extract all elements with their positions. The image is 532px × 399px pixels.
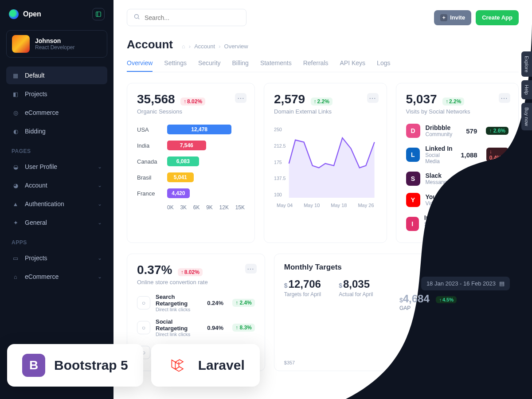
lock-icon: ▲ <box>12 200 20 208</box>
projects-icon: ◧ <box>12 90 20 98</box>
chevron-down-icon: ⌄ <box>98 201 102 207</box>
sidebar-section-pages: PAGES <box>6 141 107 158</box>
account-icon: ◕ <box>12 181 20 189</box>
user-role: React Developer <box>35 44 74 51</box>
social-sublabel: Video Channel <box>426 200 461 207</box>
channel-name: Search Retargeting <box>156 293 202 307</box>
card-menu-button[interactable]: ⋯ <box>235 93 246 103</box>
delta-badge: ↑ 2.4% <box>232 299 255 307</box>
explore-tab[interactable]: Explore <box>521 51 532 77</box>
sidebar-item-ecommerce[interactable]: ◎ eCommerce <box>6 104 107 121</box>
brand-name: Open <box>23 10 41 18</box>
search-input[interactable] <box>145 14 240 21</box>
buy-now-tab[interactable]: Buy now <box>521 103 532 130</box>
sidebar-item-label: General <box>25 219 47 226</box>
brand-logo-icon <box>9 9 19 19</box>
social-row: L Linked InSocial Media 1,088 ↓ 0.4% <box>406 145 509 164</box>
help-tab[interactable]: Help <box>521 80 532 99</box>
sidebar-item-label: Bidding <box>25 128 46 135</box>
sidebar-item-label: Projects <box>25 90 47 98</box>
bar-chart: USA12,478 India7,546 Canada6,083 Brasil5… <box>137 125 245 211</box>
topbar: + Invite Create App <box>127 9 519 26</box>
card-menu-button[interactable]: ⋯ <box>367 93 379 103</box>
metric-value: 2,579 <box>274 92 305 106</box>
area-chart: 250 212.5 175 137.5 100 May 04May 10May … <box>274 124 376 208</box>
svg-text:137.5: 137.5 <box>274 176 286 181</box>
sidebar-item-app-ecommerce[interactable]: ⌂ eCommerce ⌄ <box>6 268 107 286</box>
delta-badge: ↑ 2.6% <box>486 127 509 135</box>
social-sublabel: Community <box>426 131 453 137</box>
basket-icon: ⌂ <box>12 273 20 281</box>
delta-badge: ↑ 4.1% <box>486 196 509 204</box>
metric-change-badge: ↑ 8.02% <box>178 268 203 276</box>
sidebar-item-general[interactable]: ✦ General ⌄ <box>6 214 107 231</box>
button-label: Create App <box>482 14 512 21</box>
button-label: Invite <box>450 14 465 21</box>
social-value: 1,458 <box>462 220 479 228</box>
tab-referrals[interactable]: Referrals <box>303 55 329 72</box>
delta-badge: ↑ 8.3% <box>487 217 509 231</box>
sidebar-item-projects[interactable]: ◧ Projects <box>6 85 107 103</box>
laravel-badge: Laravel <box>151 344 260 387</box>
social-icon: S <box>406 172 420 186</box>
user-card[interactable]: Johnson React Developer <box>6 30 107 58</box>
date-range-picker[interactable]: 18 Jan 2023 - 16 Feb 2023 ▤ <box>421 277 510 290</box>
card-menu-button[interactable]: ⋯ <box>499 93 510 103</box>
sidebar-item-app-projects[interactable]: ▭ Projects ⌄ <box>6 249 107 267</box>
plus-icon: + <box>440 14 447 21</box>
brand: Open <box>6 8 107 20</box>
conversion-row: ○ Search RetargetingDirect link clicks 0… <box>137 293 255 312</box>
card-menu-button[interactable]: ⋯ <box>245 264 257 274</box>
channel-icon: ○ <box>137 296 150 309</box>
home-icon[interactable]: ⌂ <box>182 43 185 50</box>
create-app-button[interactable]: Create App <box>476 10 519 25</box>
tab-security[interactable]: Security <box>198 55 221 72</box>
crumb-item[interactable]: Account <box>194 43 215 50</box>
bidding-icon: ◐ <box>12 127 20 135</box>
delta-badge: ↑ 0.2% <box>486 175 509 183</box>
tab-api-keys[interactable]: API Keys <box>340 55 366 72</box>
search-box[interactable] <box>127 9 246 26</box>
sidebar-item-label: Default <box>25 72 44 79</box>
tab-logs[interactable]: Logs <box>377 55 390 72</box>
social-sublabel: Social Network <box>424 221 457 234</box>
breadcrumb: ⌂ › Account › Overview <box>182 43 248 50</box>
cart-icon: ◎ <box>12 109 20 117</box>
metric-label: Visits by Social Networks <box>406 108 509 115</box>
tech-badges: B Bootstrap 5 Laravel <box>7 344 260 387</box>
page-title: Account <box>127 38 173 51</box>
sidebar-toggle-button[interactable] <box>92 8 105 20</box>
tab-settings[interactable]: Settings <box>164 55 187 72</box>
sidebar-item-bidding[interactable]: ◐ Bidding <box>6 122 107 140</box>
gap-block: $4,684 ↑ 4.5% GAP <box>399 293 457 311</box>
sidebar-item-default[interactable]: ▦ Default <box>6 66 107 84</box>
sidebar-item-authentication[interactable]: ▲ Authentication ⌄ <box>6 195 107 213</box>
channel-sublabel: Direct link clicks <box>156 307 202 312</box>
target-block: $12,706 Targets for April <box>284 278 321 297</box>
invite-button[interactable]: + Invite <box>434 10 471 25</box>
chevron-down-icon: ⌄ <box>98 182 102 188</box>
svg-text:175: 175 <box>274 160 282 165</box>
sidebar-item-account[interactable]: ◕ Account ⌄ <box>6 176 107 194</box>
social-value: 978 <box>466 196 477 204</box>
svg-text:250: 250 <box>274 127 282 132</box>
tab-overview[interactable]: Overview <box>127 55 153 72</box>
social-icon: I <box>406 217 419 231</box>
tab-statements[interactable]: Statements <box>260 55 292 72</box>
sidebar-item-label: Projects <box>25 254 47 262</box>
tab-billing[interactable]: Billing <box>232 55 249 72</box>
laravel-icon <box>166 354 189 377</box>
tabs: Overview Settings Security Billing State… <box>127 55 519 72</box>
channel-value: 0.94% <box>207 325 223 331</box>
card-social-visits: ⋯ 5,037 ↑ 2.2% Visits by Social Networks… <box>396 83 519 243</box>
crumb-item: Overview <box>224 43 248 50</box>
social-row: Y YouTubeVideo Channel 978 ↑ 4.1% <box>406 193 509 207</box>
metric-label: Organic Sessions <box>137 108 245 115</box>
bootstrap-icon: B <box>22 354 45 377</box>
sidebar-item-user-profile[interactable]: ◒ User Profile ⌄ <box>6 158 107 176</box>
metric-value: 35,568 <box>137 92 175 106</box>
search-icon <box>133 13 140 22</box>
sidebar-section-apps: APPS <box>6 232 107 249</box>
social-row: D DribbbleCommunity 579 ↑ 2.6% <box>406 124 509 138</box>
actual-block: $8,035 Actual for April <box>339 278 373 297</box>
